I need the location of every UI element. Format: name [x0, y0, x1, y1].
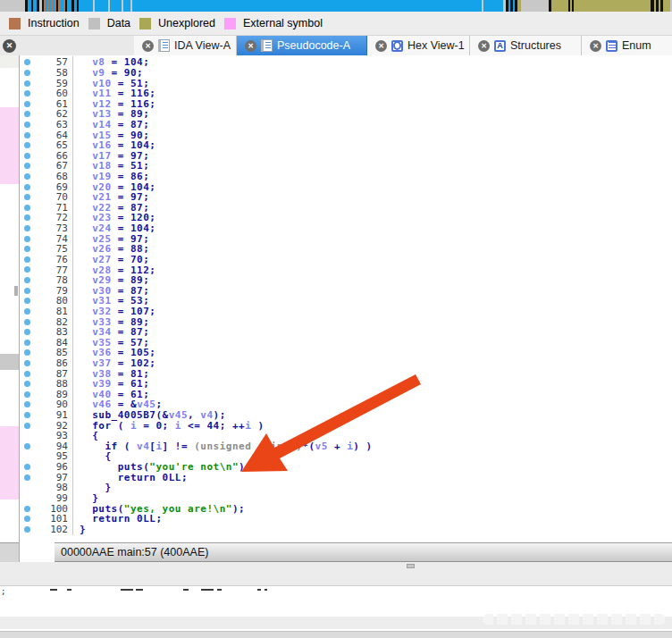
line-bullet-icon [20, 401, 35, 407]
code-line[interactable]: 69 v20 = 104; [20, 181, 672, 192]
code-line[interactable]: 66 v17 = 97; [20, 150, 672, 161]
nav-band-segment [0, 0, 25, 12]
close-tab-icon[interactable]: ✕ [245, 40, 256, 52]
code-line[interactable]: 61 v12 = 116; [20, 98, 672, 109]
code-line[interactable]: 75 v26 = 88; [20, 244, 672, 255]
legend-item-unexplored: Unexplored [139, 17, 215, 29]
close-tab-icon[interactable]: ✕ [375, 40, 387, 52]
code-line[interactable]: 70 v21 = 97; [20, 192, 672, 203]
ida-window: InstructionDataUnexploredExternal symbol… [0, 0, 672, 638]
nav-band-segment [79, 0, 93, 12]
code-line[interactable]: 63 v14 = 87; [20, 120, 672, 130]
tab-enum[interactable]: ✕Enum [582, 36, 672, 55]
nav-band-segment [483, 0, 503, 12]
code-line[interactable]: 58 v9 = 90; [20, 68, 672, 79]
code-line[interactable]: 68 v19 = 86; [20, 172, 672, 182]
code-line[interactable]: 101 return 0LL; [20, 514, 672, 525]
line-bullet-icon [20, 381, 35, 387]
code-token: v5 [315, 441, 328, 452]
line-bullet-icon [20, 340, 35, 346]
pseudocode-pane[interactable]: 57 v8 = 104;58 v9 = 90;59 v10 = 51;60 v1… [20, 55, 672, 542]
line-bullet-icon [20, 90, 35, 97]
line-bullet-icon [20, 59, 35, 65]
code-line[interactable]: 64 v15 = 90; [20, 130, 672, 140]
tab-label: Hex View-1 [407, 39, 465, 52]
close-tab-icon[interactable]: ✕ [142, 40, 154, 52]
code-line[interactable]: 81 v32 = 107; [20, 306, 672, 317]
legend-label: External symbol [243, 17, 323, 29]
code-line[interactable]: 65 v16 = 104; [20, 140, 672, 151]
code-line[interactable]: 60 v11 = 116; [20, 88, 672, 99]
code-line[interactable]: 79 v30 = 87; [20, 285, 672, 296]
close-pane-icon[interactable]: ✕ [3, 39, 16, 53]
code-line[interactable]: 99 } [20, 493, 672, 504]
struct-view-icon: A [494, 40, 506, 52]
code-line[interactable]: 86 v37 = 102; [20, 358, 672, 369]
code-line[interactable]: 92 for ( i = 0; i <= 44; ++i ) [20, 420, 672, 431]
line-bullet-icon [20, 111, 35, 117]
code-line[interactable]: 96 puts("you're not\n"); [20, 462, 672, 473]
code-line[interactable]: 88 v39 = 61; [20, 379, 672, 390]
code-line[interactable]: 93 { [20, 431, 672, 441]
code-line[interactable]: 84 v35 = 57; [20, 337, 672, 348]
code-line[interactable]: 72 v23 = 120; [20, 213, 672, 223]
line-bullet-icon [20, 319, 35, 325]
code-line[interactable]: 59 v10 = 51; [20, 78, 672, 88]
code-line[interactable]: 78 v29 = 89; [20, 275, 672, 286]
line-bullet-icon [20, 122, 35, 128]
code-line[interactable]: 83 v34 = 87; [20, 327, 672, 338]
nav-band-segment [551, 0, 568, 12]
line-bullet-icon [20, 70, 35, 76]
code-token: <= 44; ++ [181, 420, 245, 432]
nav-band[interactable] [0, 0, 672, 12]
code-line[interactable]: 95 { [20, 451, 672, 462]
code-line[interactable]: 85 v36 = 105; [20, 348, 672, 358]
line-bullet-icon [20, 329, 35, 335]
splitter-grip[interactable] [407, 564, 415, 568]
tab-structures[interactable]: ✕AStructures [470, 36, 582, 55]
enum-view-icon [606, 40, 617, 52]
code-line[interactable]: 77 v28 = 112; [20, 264, 672, 275]
doc-view-icon [261, 39, 273, 52]
output-left-glyph: ; [1, 587, 5, 596]
code-line[interactable]: 98 } [20, 483, 672, 493]
clipped-text-mark [67, 589, 71, 591]
tab-hex-view-1[interactable]: ✕Hex View-1 [367, 36, 470, 55]
line-bullet-icon [20, 474, 35, 481]
code-line[interactable]: 76 v27 = 70; [20, 255, 672, 265]
code-line[interactable]: 82 v33 = 89; [20, 316, 672, 327]
lower-dock-area [0, 562, 672, 585]
tab-pseudocode-a[interactable]: ✕Pseudocode-A [237, 36, 367, 55]
left-strip-scroll-thumb[interactable] [14, 286, 18, 296]
code-token: return 0LL; [80, 513, 163, 525]
line-bullet-icon [20, 506, 35, 512]
code-line[interactable]: 57 v8 = 104; [20, 57, 672, 68]
code-line[interactable]: 102} [20, 524, 672, 534]
tab-ida-view-a[interactable]: ✕IDA View-A [134, 36, 237, 55]
code-line[interactable]: 71 v22 = 87; [20, 203, 672, 214]
code-line[interactable]: 97 return 0LL; [20, 472, 672, 483]
code-token: = 0; [137, 420, 175, 432]
code-line[interactable]: 74 v25 = 97; [20, 233, 672, 244]
code-line[interactable]: 67 v18 = 51; [20, 161, 672, 172]
code-token: i [155, 441, 162, 452]
code-line[interactable]: 62 v13 = 89; [20, 109, 672, 120]
external-symbol-color-swatch [224, 18, 236, 29]
code-line[interactable]: 87 v38 = 81; [20, 368, 672, 379]
line-bullet-icon [20, 205, 35, 211]
clipped-text-mark [265, 589, 267, 591]
code-line[interactable]: 94 if ( v4[i] != (unsigned __int8)*(v5 +… [20, 441, 672, 452]
code-line[interactable]: 73 v24 = 104; [20, 223, 672, 234]
code-token: ); [232, 503, 245, 515]
left-strip-bottom-bar [0, 542, 19, 563]
close-tab-icon[interactable]: ✕ [478, 40, 490, 52]
code-line[interactable]: 89 v40 = 61; [20, 390, 672, 400]
code-line[interactable]: 80 v31 = 53; [20, 296, 672, 306]
code-line[interactable]: 100 puts("yes, you are!\n"); [20, 503, 672, 514]
clipped-text-mark [201, 589, 214, 591]
close-tab-icon[interactable]: ✕ [590, 40, 601, 52]
nav-band-segment [132, 0, 482, 12]
code-line[interactable]: 91 sub_4005B7(&v45, v4); [20, 410, 672, 421]
code-line[interactable]: 90 v46 = &v45; [20, 399, 672, 410]
line-bullet-icon [20, 184, 35, 190]
